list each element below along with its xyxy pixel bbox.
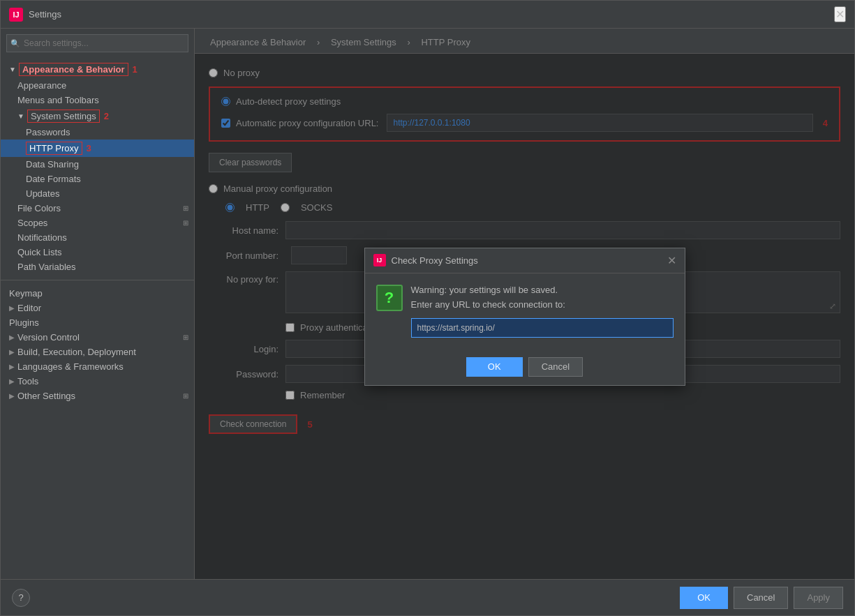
sidebar-label-notifications: Notifications: [17, 232, 67, 243]
sidebar-item-quick-lists[interactable]: Quick Lists: [1, 245, 194, 260]
other-badge: ⊞: [183, 392, 188, 400]
sidebar-label-http-proxy: HTTP Proxy: [26, 142, 82, 155]
modal-sub-text: Enter any URL to check connection to:: [411, 299, 674, 310]
build-expand-icon: ▶: [9, 348, 15, 356]
modal-footer: OK Cancel: [365, 349, 685, 385]
expand-icon: ▼: [9, 66, 16, 73]
sidebar-label-other-settings: Other Settings: [17, 391, 75, 401]
sidebar-label-data-sharing: Data Sharing: [26, 159, 79, 170]
sidebar-item-notifications[interactable]: Notifications: [1, 230, 194, 245]
sidebar-label-quick-lists: Quick Lists: [17, 247, 62, 257]
sidebar-label-path-variables: Path Variables: [17, 262, 76, 272]
sidebar-label-build-execution: Build, Execution, Deployment: [17, 347, 136, 357]
sidebar-label-scopes: Scopes: [17, 218, 47, 228]
sidebar-item-http-proxy[interactable]: HTTP Proxy 3: [1, 140, 194, 157]
title-bar: IJ Settings ✕: [1, 1, 854, 29]
sidebar-item-appearance-behavior[interactable]: ▼ Appearance & Behavior 1: [1, 61, 194, 78]
apply-button[interactable]: Apply: [794, 587, 843, 609]
app-icon: IJ: [9, 8, 23, 22]
settings-body: No proxy Auto-detect proxy settings Auto…: [195, 54, 854, 579]
modal-app-icon: IJ: [373, 254, 386, 266]
sidebar-label-plugins: Plugins: [9, 317, 39, 328]
sidebar-item-path-variables[interactable]: Path Variables: [1, 260, 194, 274]
warning-icon: ?: [376, 285, 403, 311]
main-content: 🔍 ▼ Appearance & Behavior 1 Appearance M…: [1, 29, 854, 579]
annotation-2: 2: [104, 111, 109, 121]
tools-expand-icon: ▶: [9, 377, 15, 385]
sidebar-item-other-settings[interactable]: ▶ Other Settings ⊞: [1, 389, 194, 403]
file-colors-badge: ⊞: [183, 204, 188, 212]
sidebar-label-menus-toolbars: Menus and Toolbars: [17, 95, 99, 105]
sidebar-item-system-settings[interactable]: ▼ System Settings 2: [1, 107, 194, 125]
settings-window: IJ Settings ✕ 🔍 ▼ Appearance & Behavior …: [0, 0, 855, 616]
annotation-1: 1: [133, 64, 137, 75]
modal-title-bar: IJ Check Proxy Settings ✕: [365, 248, 685, 273]
sidebar-label-tools: Tools: [17, 376, 38, 386]
sidebar-item-tools[interactable]: ▶ Tools: [1, 374, 194, 389]
check-proxy-dialog: IJ Check Proxy Settings ✕ ? Warning: you…: [364, 248, 685, 386]
sidebar-item-plugins[interactable]: Plugins: [1, 315, 194, 330]
sidebar-item-date-formats[interactable]: Date Formats: [1, 172, 194, 186]
sidebar-item-passwords[interactable]: Passwords: [1, 125, 194, 140]
sidebar-item-menus-toolbars[interactable]: Menus and Toolbars: [1, 93, 194, 107]
editor-expand-icon: ▶: [9, 304, 15, 312]
sidebar-label-appearance: Appearance: [17, 80, 66, 91]
sidebar-label-updates: Updates: [26, 188, 59, 199]
modal-cancel-button[interactable]: Cancel: [528, 357, 583, 377]
sidebar-label-file-colors: File Colors: [17, 203, 61, 213]
search-box: 🔍: [6, 34, 188, 52]
bottom-bar: ? OK Cancel Apply: [1, 579, 854, 615]
window-title: Settings: [29, 9, 61, 20]
content-area: Appearance & Behavior › System Settings …: [195, 29, 854, 579]
lf-expand-icon: ▶: [9, 363, 15, 370]
sidebar-item-languages-frameworks[interactable]: ▶ Languages & Frameworks: [1, 359, 194, 374]
bottom-bar-left: ?: [12, 589, 30, 607]
breadcrumb: Appearance & Behavior › System Settings …: [195, 29, 854, 54]
modal-close-button[interactable]: ✕: [667, 254, 676, 267]
sidebar-item-appearance[interactable]: Appearance: [1, 78, 194, 93]
sidebar-item-keymap[interactable]: Keymap: [1, 286, 194, 301]
sidebar-item-editor[interactable]: ▶ Editor: [1, 301, 194, 315]
modal-ok-button[interactable]: OK: [466, 357, 523, 377]
vc-badge: ⊞: [183, 333, 188, 341]
sidebar-label-system-settings: System Settings: [27, 110, 100, 123]
sidebar-item-file-colors[interactable]: File Colors ⊞: [1, 201, 194, 216]
scopes-badge: ⊞: [183, 219, 188, 227]
sidebar-label-version-control: Version Control: [17, 332, 80, 343]
breadcrumb-sep-1: ›: [317, 37, 322, 47]
sidebar-label-date-formats: Date Formats: [26, 174, 81, 184]
annotation-3: 3: [87, 143, 91, 153]
search-input[interactable]: [6, 34, 188, 52]
other-expand-icon: ▶: [9, 392, 15, 400]
bottom-bar-right: OK Cancel Apply: [680, 587, 843, 609]
modal-title: Check Proxy Settings: [392, 255, 667, 266]
sidebar-item-build-execution[interactable]: ▶ Build, Execution, Deployment: [1, 345, 194, 359]
search-icon: 🔍: [10, 39, 20, 48]
sidebar-divider: [1, 280, 194, 280]
breadcrumb-part-3: HTTP Proxy: [421, 37, 470, 47]
help-button[interactable]: ?: [12, 589, 30, 607]
modal-overlay: IJ Check Proxy Settings ✕ ? Warning: you…: [195, 54, 854, 579]
modal-url-input[interactable]: [411, 318, 674, 338]
sidebar-item-version-control[interactable]: ▶ Version Control ⊞: [1, 330, 194, 345]
sidebar-label-editor: Editor: [17, 303, 41, 313]
breadcrumb-part-1: Appearance & Behavior: [210, 37, 306, 47]
modal-warning-text: Warning: your settings will be saved.: [411, 285, 674, 295]
sidebar: 🔍 ▼ Appearance & Behavior 1 Appearance M…: [1, 29, 195, 579]
sidebar-item-data-sharing[interactable]: Data Sharing: [1, 157, 194, 172]
vc-expand-icon: ▶: [9, 333, 15, 341]
breadcrumb-part-2: System Settings: [331, 37, 396, 47]
sidebar-label-keymap: Keymap: [9, 288, 43, 299]
sidebar-label-languages-frameworks: Languages & Frameworks: [17, 361, 124, 372]
cancel-button[interactable]: Cancel: [734, 587, 788, 609]
breadcrumb-sep-2: ›: [407, 37, 412, 47]
modal-body: ? Warning: your settings will be saved. …: [365, 273, 685, 349]
sidebar-tree: ▼ Appearance & Behavior 1 Appearance Men…: [1, 58, 194, 579]
close-button[interactable]: ✕: [834, 6, 846, 22]
system-settings-expand-icon: ▼: [17, 112, 24, 120]
sidebar-label-passwords: Passwords: [26, 127, 70, 137]
ok-button[interactable]: OK: [680, 587, 728, 609]
sidebar-item-updates[interactable]: Updates: [1, 186, 194, 201]
sidebar-item-scopes[interactable]: Scopes ⊞: [1, 216, 194, 230]
sidebar-label-appearance-behavior: Appearance & Behavior: [19, 63, 128, 76]
